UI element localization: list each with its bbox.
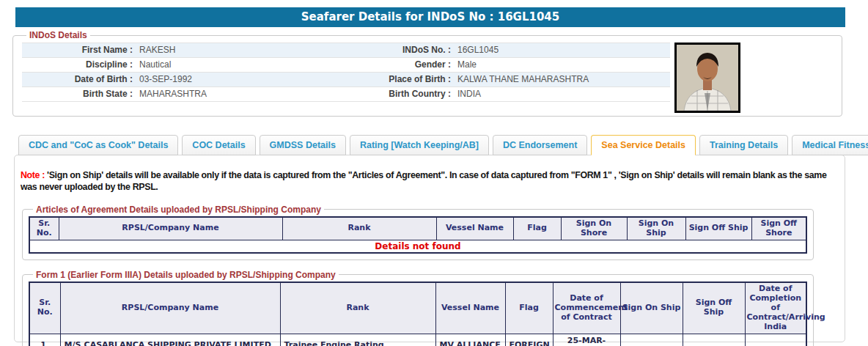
tab-sea-service-details[interactable]: Sea Service Details <box>591 135 696 155</box>
cell-sign-on-ship <box>620 334 683 346</box>
discipline-label: Discipline : <box>22 58 138 72</box>
detail-row: Birth State : MAHARASHTRA Birth Country … <box>22 87 670 102</box>
page-title: Seafarer Details for INDoS No : 16GL1045 <box>301 10 559 23</box>
articles-of-agreement-table: Sr. No. RPSL/Company Name Rank Vessel Na… <box>29 216 807 254</box>
sign-on-ship-note: Note : 'Sign on Ship' details will be av… <box>21 170 830 194</box>
column-date-of-completion: Date of Completion of Contract/Arriving … <box>745 282 806 334</box>
cell-rpsl-company-name: M/S.CASABLANCA SHIPPING PRIVATE LIMITED <box>60 334 280 346</box>
tab-rating-watch-keeping-ab[interactable]: Rating [Watch Keeping/AB] <box>350 135 489 155</box>
indos-no-value: 16GL1045 <box>456 43 670 57</box>
gender-label: Gender : <box>333 58 456 72</box>
column-date-of-commencement: Date of Commencement of Contract <box>553 282 620 334</box>
column-sign-off-ship: Sign Off Ship <box>683 282 745 334</box>
indos-details-legend: INDoS Details <box>26 30 90 40</box>
gender-value: Male <box>456 58 670 72</box>
form1-legend: Form 1 (Earlier Form IIIA) Details uploa… <box>33 270 339 280</box>
column-rpsl-company-name: RPSL/Company Name <box>60 282 280 334</box>
date-of-birth-label: Date of Birth : <box>22 73 138 86</box>
table-row: Details not found <box>29 240 806 253</box>
column-vessel-name: Vessel Name <box>436 217 513 240</box>
indos-no-label: INDoS No. : <box>333 43 456 57</box>
column-sign-off-shore: Sign Off Shore <box>751 217 806 240</box>
column-sign-on-ship: Sign On Ship <box>627 217 685 240</box>
tab-training-details[interactable]: Training Details <box>699 135 788 155</box>
column-flag: Flag <box>513 217 561 240</box>
sea-service-details-panel: Note : 'Sign on Ship' details will be av… <box>14 155 845 342</box>
seafarer-photo-image <box>677 45 738 111</box>
page-title-bar: Seafarer Details for INDoS No : 16GL1045 <box>15 7 845 27</box>
tab-coc-details[interactable]: COC Details <box>182 135 255 155</box>
form1-section: Form 1 (Earlier Form IIIA) Details uploa… <box>22 270 814 346</box>
birth-state-label: Birth State : <box>22 87 138 101</box>
cell-date-of-completion <box>745 334 806 346</box>
tab-medical-fitness-certificate[interactable]: Medical Fitness Certificate <box>792 135 868 155</box>
first-name-value: RAKESH <box>138 43 333 57</box>
first-name-label: First Name : <box>22 43 138 57</box>
sea-service-tab-area: CDC and "CoC as Cook" Details COC Detail… <box>14 135 845 342</box>
column-sr-no: Sr. No. <box>29 217 59 240</box>
indos-details-body: First Name : RAKESH INDoS No. : 16GL1045… <box>22 43 834 113</box>
articles-of-agreement-section: Articles of Agreement Details uploaded b… <box>22 205 814 260</box>
cell-flag: FOREIGN <box>505 334 553 346</box>
birth-country-label: Birth Country : <box>333 87 456 101</box>
tab-gmdss-details[interactable]: GMDSS Details <box>260 135 346 155</box>
tab-cdc-coc-as-cook-details[interactable]: CDC and "CoC as Cook" Details <box>18 135 178 155</box>
detail-row: Discipline : Nautical Gender : Male <box>22 58 670 73</box>
birth-state-value: MAHARASHTRA <box>138 87 333 101</box>
indos-details-rows: First Name : RAKESH INDoS No. : 16GL1045… <box>22 43 670 102</box>
column-flag: Flag <box>505 282 553 334</box>
column-vessel-name: Vessel Name <box>435 282 505 334</box>
cell-date-of-commencement: 25-MAR-2018 <box>553 334 620 346</box>
column-sign-on-shore: Sign On Shore <box>561 217 627 240</box>
birth-country-value: INDIA <box>456 87 670 101</box>
place-of-birth-value: KALWA THANE MAHARASHTRA <box>456 73 670 86</box>
table-row: 1. M/S.CASABLANCA SHIPPING PRIVATE LIMIT… <box>29 334 806 346</box>
column-sr-no: Sr. No. <box>29 282 60 334</box>
articles-of-agreement-legend: Articles of Agreement Details uploaded b… <box>33 205 324 215</box>
cell-sr-no: 1. <box>29 334 60 346</box>
cell-rank: Trainee Engine Rating <box>280 334 435 346</box>
indos-details-section: INDoS Details First Name : RAKESH INDoS … <box>12 30 842 117</box>
column-rank: Rank <box>280 282 435 334</box>
column-rpsl-company-name: RPSL/Company Name <box>59 217 282 240</box>
table-header-row: Sr. No. RPSL/Company Name Rank Vessel Na… <box>29 282 806 334</box>
date-of-birth-value: 03-SEP-1992 <box>138 73 333 86</box>
tab-dc-endorsement[interactable]: DC Endorsement <box>493 135 587 155</box>
tab-strip: CDC and "CoC as Cook" Details COC Detail… <box>14 135 845 155</box>
details-not-found-message: Details not found <box>29 240 806 253</box>
place-of-birth-label: Place of Birth : <box>333 73 456 86</box>
column-sign-off-ship: Sign Off Ship <box>685 217 751 240</box>
form1-table: Sr. No. RPSL/Company Name Rank Vessel Na… <box>29 281 807 346</box>
detail-row: Date of Birth : 03-SEP-1992 Place of Bir… <box>22 73 670 87</box>
table-header-row: Sr. No. RPSL/Company Name Rank Vessel Na… <box>29 217 806 240</box>
column-sign-on-ship: Sign On Ship <box>620 282 683 334</box>
discipline-value: Nautical <box>138 58 333 72</box>
note-text: 'Sign on Ship' details will be available… <box>21 170 827 192</box>
seafarer-photo <box>674 43 740 113</box>
cell-sign-off-ship <box>683 334 745 346</box>
note-label: Note : <box>21 170 45 180</box>
cell-vessel-name: MV ALLIANCE <box>435 334 505 346</box>
detail-row: First Name : RAKESH INDoS No. : 16GL1045 <box>22 43 670 58</box>
column-rank: Rank <box>282 217 436 240</box>
